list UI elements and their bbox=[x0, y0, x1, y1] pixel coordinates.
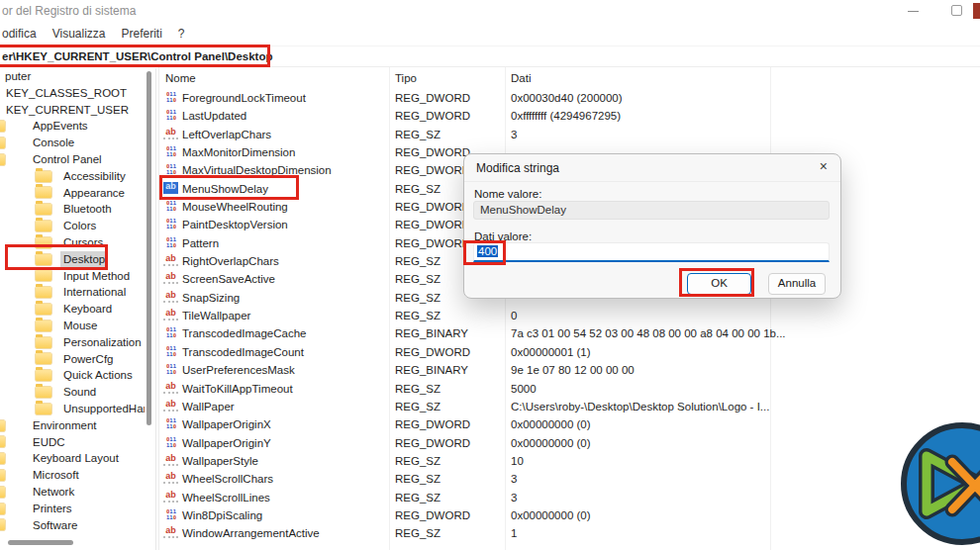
tree-item[interactable]: Environment bbox=[0, 417, 145, 434]
registry-value-row[interactable]: ab 011110 WallpaperStyle REG_SZ 10 bbox=[159, 452, 980, 470]
registry-value-row[interactable]: ab 011110 LeftOverlapChars REG_SZ 3 bbox=[159, 126, 980, 143]
registry-value-row[interactable]: ab 011110 LastUpdated REG_DWORD 0xffffff… bbox=[159, 107, 980, 125]
value-type-icon: ab 011110 bbox=[163, 272, 179, 286]
column-header-dati[interactable]: Dati bbox=[511, 67, 531, 89]
registry-value-row[interactable]: ab 011110 WheelScrollChars REG_SZ 3 bbox=[159, 470, 980, 488]
tree-item[interactable]: Console bbox=[0, 135, 145, 151]
tree-item[interactable]: Colors bbox=[0, 218, 145, 234]
tree-item[interactable]: PowerCfg bbox=[0, 351, 145, 368]
tree-item[interactable]: EUDC bbox=[0, 434, 145, 451]
menu-item[interactable]: Visualizza bbox=[50, 25, 114, 45]
value-type: REG_DWORD bbox=[395, 161, 470, 179]
value-data: 3 bbox=[511, 126, 517, 143]
registry-value-row[interactable]: ab 011110 TranscodedImageCache REG_BINAR… bbox=[159, 324, 980, 342]
tree-item[interactable]: International bbox=[0, 284, 145, 301]
folder-icon bbox=[36, 387, 51, 398]
menu-item[interactable]: ? bbox=[176, 25, 193, 45]
string-icon: ab bbox=[163, 454, 178, 466]
string-icon: ab bbox=[163, 272, 178, 284]
tree-item[interactable]: AppEvents bbox=[0, 118, 145, 135]
tree-item-label: Appearance bbox=[60, 185, 128, 202]
close-icon[interactable] bbox=[973, 3, 980, 19]
dialog-close-icon[interactable]: × bbox=[820, 158, 828, 174]
maximize-icon[interactable] bbox=[951, 5, 962, 16]
tree-item-label: Desktop bbox=[60, 251, 108, 268]
registry-value-row[interactable]: ab 011110 Win8DpiScaling REG_DWORD 0x000… bbox=[159, 506, 980, 524]
dword-icon: 011110 bbox=[163, 345, 179, 357]
minimize-icon[interactable] bbox=[908, 11, 919, 12]
string-icon: ab bbox=[163, 309, 178, 321]
value-type-icon: ab 011110 bbox=[163, 508, 179, 522]
tree-item[interactable]: Personalization bbox=[0, 334, 145, 351]
tree-item[interactable]: Sound bbox=[0, 384, 145, 401]
value-type-icon: ab 011110 bbox=[163, 382, 179, 396]
registry-value-row[interactable]: ab 011110 TileWallpaper REG_SZ 0 bbox=[159, 307, 980, 324]
value-data: 0 bbox=[511, 307, 517, 324]
registry-value-row[interactable]: ab 011110 UserPreferencesMask REG_BINARY… bbox=[159, 361, 980, 379]
cancel-button[interactable]: Annulla bbox=[768, 273, 826, 295]
menu-item[interactable]: odifica bbox=[0, 25, 45, 45]
registry-value-row[interactable]: ab 011110 TranscodedImageCount REG_DWORD… bbox=[159, 343, 980, 361]
value-name: MaxMonitorDimension bbox=[182, 143, 295, 161]
ok-button[interactable]: OK bbox=[687, 273, 751, 295]
tree-horizontal-scrollbar[interactable] bbox=[8, 540, 73, 545]
tree-item[interactable]: Bluetooth bbox=[0, 201, 145, 218]
registry-value-row[interactable]: ab 011110 WheelScrollLines REG_SZ 3 bbox=[159, 489, 980, 506]
registry-value-row[interactable]: ab 011110 ForegroundLockTimeout REG_DWOR… bbox=[159, 89, 980, 107]
tree-item[interactable]: UnsupportedHardwareNotificationCache bbox=[0, 401, 145, 417]
folder-icon bbox=[36, 204, 51, 215]
value-type: REG_SZ bbox=[395, 289, 441, 307]
tree-item[interactable]: Keyboard Layout bbox=[0, 450, 145, 467]
tree-item-label: Keyboard Layout bbox=[30, 450, 122, 467]
value-data-input[interactable]: 400 bbox=[473, 242, 830, 262]
tree-item[interactable]: Desktop bbox=[0, 251, 145, 268]
tree-item[interactable]: Quick Actions bbox=[0, 367, 145, 384]
value-name: WallPaper bbox=[182, 398, 235, 415]
value-name: TranscodedImageCache bbox=[182, 324, 307, 342]
registry-value-row[interactable]: ab 011110 WallPaper REG_SZ C:\Users\roby… bbox=[159, 398, 980, 415]
tree-item[interactable]: Cursors bbox=[0, 234, 145, 251]
string-icon: ab bbox=[163, 291, 178, 303]
dword-icon: 011110 bbox=[163, 163, 179, 175]
value-type: REG_SZ bbox=[395, 452, 441, 470]
tree-item-label: AppEvents bbox=[30, 118, 91, 135]
value-data: 0x00030d40 (200000) bbox=[511, 89, 623, 107]
dword-icon: 011110 bbox=[163, 417, 179, 429]
column-header-tipo[interactable]: Tipo bbox=[395, 67, 417, 89]
address-bar[interactable]: er\HKEY_CURRENT_USER\Control Panel\Deskt… bbox=[0, 46, 980, 67]
tree-item[interactable]: KEY_CURRENT_USER bbox=[0, 102, 145, 119]
value-data: 5000 bbox=[511, 380, 537, 398]
registry-value-row[interactable]: ab 011110 WallpaperOriginX REG_DWORD 0x0… bbox=[159, 415, 980, 433]
tree-item[interactable]: Microsoft bbox=[0, 467, 145, 484]
tree-item-label: Cursors bbox=[60, 234, 106, 251]
tree-item[interactable]: Input Method bbox=[0, 268, 145, 285]
folder-icon bbox=[36, 370, 51, 381]
tree-vertical-scrollbar[interactable] bbox=[147, 71, 151, 425]
tree-item[interactable]: Mouse bbox=[0, 318, 145, 334]
registry-value-row[interactable]: ab 011110 WindowArrangementActive REG_SZ… bbox=[159, 524, 980, 542]
pane-splitter[interactable] bbox=[155, 68, 156, 550]
tree-item[interactable]: Keyboard bbox=[0, 301, 145, 318]
tree-item[interactable]: Control Panel bbox=[0, 151, 145, 168]
folder-icon bbox=[36, 321, 51, 331]
tree-item[interactable]: Software bbox=[0, 517, 145, 534]
tree-item[interactable]: Appearance bbox=[0, 185, 145, 202]
value-type-icon: ab 011110 bbox=[163, 254, 179, 268]
tree-item[interactable]: Accessibility bbox=[0, 168, 145, 185]
registry-value-row[interactable]: ab 011110 WaitToKillAppTimeout REG_SZ 50… bbox=[159, 380, 980, 398]
tree-item[interactable]: KEY_CLASSES_ROOT bbox=[0, 85, 145, 102]
value-type-icon: ab 011110 bbox=[163, 326, 179, 340]
column-header-nome[interactable]: Nome bbox=[165, 67, 196, 89]
value-name: TranscodedImageCount bbox=[182, 343, 304, 361]
tree-item[interactable]: puter bbox=[0, 68, 145, 85]
registry-value-row[interactable]: ab 011110 WallpaperOriginY REG_DWORD 0x0… bbox=[159, 434, 980, 452]
value-type-icon: ab 011110 bbox=[163, 291, 179, 305]
value-name: TileWallpaper bbox=[182, 307, 250, 324]
value-type-icon: ab 011110 bbox=[163, 182, 179, 196]
folder-icon bbox=[36, 404, 51, 414]
tree-item[interactable]: Printers bbox=[0, 501, 145, 517]
tree-item[interactable]: Network bbox=[0, 484, 145, 501]
tree-item-label: KEY_CURRENT_USER bbox=[3, 102, 132, 119]
value-name-field: MenuShowDelay bbox=[473, 201, 830, 220]
menu-item[interactable]: Preferiti bbox=[120, 25, 170, 45]
